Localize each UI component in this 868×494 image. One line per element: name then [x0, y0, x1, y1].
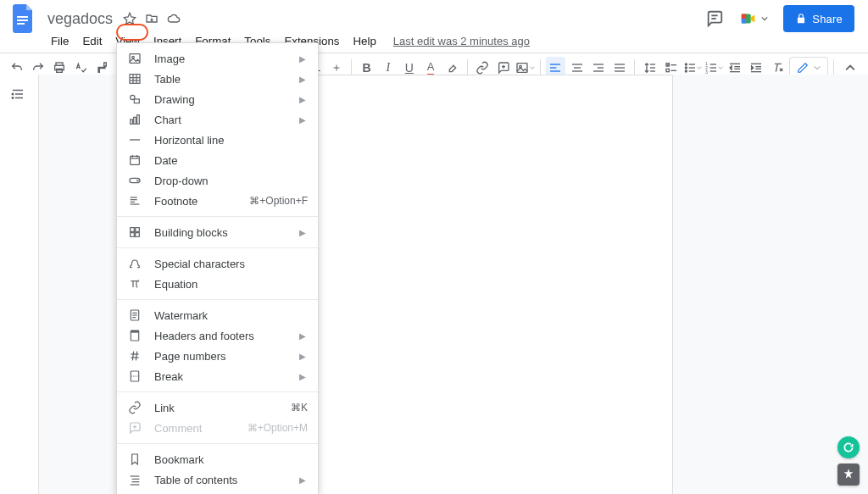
drawing-icon — [127, 92, 142, 107]
menu-item-label: Comment — [154, 422, 236, 435]
insert-menu-item-table-of-contents[interactable]: Table of contents▶ — [117, 469, 318, 490]
bookmark-icon — [127, 452, 142, 467]
toolbar-separator — [467, 59, 468, 76]
menu-item-label: Page numbers — [154, 350, 287, 363]
svg-rect-7 — [742, 19, 747, 24]
svg-rect-69 — [134, 99, 139, 103]
svg-rect-10 — [56, 69, 62, 72]
svg-point-36 — [685, 64, 687, 65]
share-button[interactable]: Share — [783, 5, 854, 32]
doc-title[interactable]: vegadocs — [42, 10, 118, 28]
svg-rect-6 — [742, 14, 747, 19]
svg-rect-0 — [17, 16, 28, 18]
submenu-arrow-icon: ▶ — [299, 228, 308, 237]
menu-item-shortcut: ⌘+Option+F — [249, 195, 308, 207]
menu-item-shortcut: ⌘+Option+M — [248, 422, 308, 434]
svg-rect-83 — [131, 228, 135, 232]
pi-icon: 2 — [127, 276, 142, 291]
menu-separator — [117, 299, 318, 300]
docs-logo[interactable] — [10, 5, 37, 32]
menu-item-label: Watermark — [154, 309, 308, 322]
footnote-icon — [127, 193, 142, 208]
menu-separator — [117, 443, 318, 444]
omega-icon — [127, 256, 142, 271]
chevron-down-icon — [814, 64, 821, 71]
svg-rect-85 — [131, 233, 135, 237]
insert-menu-item-footnote[interactable]: Footnote⌘+Option+F — [117, 191, 318, 211]
submenu-arrow-icon: ▶ — [299, 95, 308, 104]
toolbar-separator — [351, 59, 352, 76]
insert-menu-item-date[interactable]: Date — [117, 150, 318, 170]
svg-point-60 — [12, 97, 14, 99]
menu-separator — [117, 391, 318, 392]
svg-rect-15 — [517, 64, 527, 73]
menu-item-label: Footnote — [154, 195, 237, 208]
insert-menu-item-link[interactable]: Link⌘K — [117, 397, 318, 418]
insert-menu-item-horizontal-line[interactable]: Horizontal line — [117, 130, 318, 150]
menu-item-label: Special characters — [154, 258, 308, 270]
insert-menu-item-page-numbers[interactable]: Page numbers▶ — [117, 346, 318, 366]
menu-file[interactable]: File — [44, 32, 75, 50]
insert-menu-item-building-blocks[interactable]: Building blocks▶ — [117, 222, 318, 242]
last-edit-link[interactable]: Last edit was 2 minutes ago — [393, 35, 530, 47]
explore-button[interactable] — [837, 463, 860, 486]
svg-rect-71 — [134, 117, 136, 124]
menu-help[interactable]: Help — [346, 32, 382, 50]
menu-item-label: Break — [154, 370, 287, 383]
submenu-arrow-icon: ▶ — [299, 115, 308, 125]
insert-menu-item-image[interactable]: Image▶ — [117, 48, 318, 69]
submenu-arrow-icon: ▶ — [299, 475, 308, 485]
menu-item-label: Table of contents — [154, 474, 287, 486]
submenu-arrow-icon: ▶ — [299, 75, 308, 84]
insert-menu-item-comment: Comment⌘+Option+M — [117, 418, 318, 438]
toolbar-separator — [634, 59, 635, 76]
menu-separator — [117, 216, 318, 217]
svg-rect-84 — [136, 228, 140, 232]
grammarly-widget[interactable] — [837, 436, 860, 458]
insert-menu-item-headers-and-footers[interactable]: Headers and footers▶ — [117, 325, 318, 346]
svg-text:3: 3 — [706, 70, 709, 75]
insert-menu-item-chart[interactable]: Chart▶ — [117, 109, 318, 130]
title-bar: vegadocs Share — [0, 0, 868, 31]
break-icon — [127, 369, 142, 384]
svg-point-37 — [685, 67, 687, 69]
menu-item-label: Image — [154, 53, 287, 65]
insert-menu-item-watermark[interactable]: Watermark — [117, 305, 318, 325]
watermark-icon — [127, 308, 142, 323]
menu-item-label: Drawing — [154, 93, 287, 106]
comment-icon — [127, 420, 142, 436]
insert-menu-item-drop-down[interactable]: Drop-down — [117, 170, 318, 191]
cloud-icon[interactable] — [167, 12, 181, 25]
move-icon[interactable] — [145, 12, 159, 25]
outline-icon[interactable] — [10, 86, 29, 105]
comments-history-icon[interactable] — [705, 9, 724, 28]
insert-menu-item-special-characters[interactable]: Special characters — [117, 253, 318, 274]
insert-menu-dropdown: Image▶Table▶Drawing▶Chart▶Horizontal lin… — [116, 42, 319, 494]
hash-icon — [127, 348, 142, 364]
pencil-icon — [797, 62, 809, 74]
share-label: Share — [812, 13, 843, 25]
insert-menu-item-table[interactable]: Table▶ — [117, 69, 318, 89]
svg-rect-1 — [17, 19, 28, 21]
svg-point-38 — [685, 70, 687, 72]
insert-menu-item-equation[interactable]: 2Equation — [117, 274, 318, 294]
menu-edit[interactable]: Edit — [75, 32, 108, 50]
chart-icon — [127, 112, 142, 127]
lock-icon — [795, 13, 807, 25]
svg-rect-70 — [131, 119, 133, 124]
star-icon[interactable] — [123, 12, 136, 25]
svg-rect-63 — [130, 75, 140, 84]
menu-item-label: Date — [154, 154, 308, 167]
menu-item-label: Chart — [154, 114, 287, 126]
insert-menu-item-break[interactable]: Break▶ — [117, 366, 318, 386]
menu-item-label: Drop-down — [154, 175, 308, 187]
link-icon — [127, 400, 142, 415]
header-right: Share — [705, 5, 854, 32]
menu-item-label: Building blocks — [154, 226, 287, 239]
meet-button[interactable] — [739, 9, 768, 28]
menu-separator — [117, 247, 318, 248]
submenu-arrow-icon: ▶ — [299, 54, 308, 64]
insert-menu-item-bookmark[interactable]: Bookmark — [117, 449, 318, 469]
insert-menu-item-drawing[interactable]: Drawing▶ — [117, 89, 318, 109]
image-icon — [127, 51, 142, 66]
